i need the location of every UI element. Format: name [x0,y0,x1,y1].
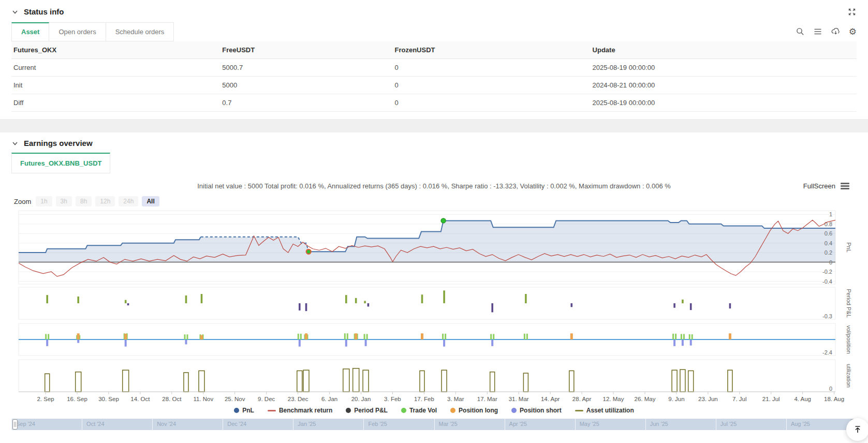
chart-menu-icon[interactable] [841,183,849,189]
svg-text:PnL: PnL [846,242,852,253]
svg-text:-0.2: -0.2 [822,269,832,275]
legend-item-period-p-l[interactable]: Period P&L [346,407,388,414]
legend-item-trade-vol[interactable]: Trade Vol [401,407,437,414]
svg-text:16. Sep: 16. Sep [67,396,87,402]
section-divider [0,119,868,132]
table-row-current: Current 5000.7 0 2025-08-19 00:00:00 [11,59,857,77]
init-frozen: 0 [392,77,590,94]
scroll-to-top-button[interactable] [846,418,868,441]
tab-asset[interactable]: Asset [11,22,49,41]
svg-text:vol/position: vol/position [846,325,852,353]
status-info-section: Status info Asset Open orders Schedule o… [0,0,868,112]
zoom-8h[interactable]: 8h [76,196,92,206]
chart-legend: PnLBenchmark returnPeriod P&LTrade VolPo… [11,405,857,416]
earnings-chart-svg[interactable]: 10.80.60.40.20-0.2-0.4-0.3-2.40PnLPeriod… [11,209,857,405]
svg-text:26. May: 26. May [635,396,656,402]
list-icon[interactable] [813,27,822,36]
current-free: 5000.7 [220,59,392,76]
zoom-3h[interactable]: 3h [56,196,72,206]
cloud-download-icon[interactable] [831,27,841,36]
svg-text:6. Jan: 6. Jan [321,396,337,402]
navigator-month: Feb '25 [363,419,434,430]
svg-text:28. Apr: 28. Apr [572,396,592,402]
zoom-all[interactable]: All [142,196,159,206]
legend-label: Asset utilization [586,407,634,414]
init-free: 5000 [220,77,392,94]
arrow-to-top-icon [853,425,862,434]
pnl-area [19,220,835,262]
tab-open-orders[interactable]: Open orders [49,22,106,41]
legend-label: Position long [459,407,498,414]
tab-schedule-orders[interactable]: Schedule orders [106,22,174,41]
legend-swatch [511,408,517,413]
diff-free: 0.7 [220,94,392,111]
legend-item-benchmark-return[interactable]: Benchmark return [268,407,332,414]
legend-item-position-long[interactable]: Position long [450,407,498,414]
earnings-section: Earnings overview Futures_OKX.BNB_USDT I… [0,132,868,430]
col-header-update: Update [591,41,857,58]
diff-update: 2025-08-19 00:00:00 [591,94,857,111]
legend-label: PnL [242,407,254,414]
search-icon[interactable] [796,27,805,36]
navigator-month: Sep '24 [11,419,82,430]
legend-label: Period P&L [354,407,388,414]
current-link[interactable]: Current [11,59,220,76]
tab-futures-okx-bnb-usdt[interactable]: Futures_OKX.BNB_USDT [11,153,110,173]
legend-swatch [575,410,583,411]
svg-text:3. Feb: 3. Feb [384,396,401,402]
gear-icon[interactable]: ⚙ [849,27,857,36]
current-frozen: 0 [392,59,590,76]
legend-swatch [450,408,455,413]
navigator-month: Dec '24 [223,419,293,430]
svg-text:0: 0 [829,386,832,392]
svg-text:3. Mar: 3. Mar [447,396,464,402]
svg-text:utilization: utilization [846,364,852,388]
svg-text:1: 1 [829,211,832,217]
navigator-month: Jul '25 [716,419,786,430]
legend-label: Trade Vol [409,407,437,414]
svg-text:14. Apr: 14. Apr [541,396,560,402]
svg-text:9. Jun: 9. Jun [668,396,684,402]
table-row-diff: Diff 0.7 0 2025-08-19 00:00:00 [11,94,857,112]
svg-text:Period P&L: Period P&L [846,289,852,318]
col-header-free: FreeUSDT [220,41,392,58]
navigator-month: Jun '25 [645,419,716,430]
svg-text:21. Jul: 21. Jul [762,396,780,402]
svg-text:-0.4: -0.4 [822,278,832,285]
expand-icon[interactable] [847,7,857,17]
zoom-label: Zoom [14,198,31,205]
svg-text:9. Dec: 9. Dec [258,396,275,402]
status-info-title: Status info [24,7,64,16]
diff-label: Diff [11,94,220,111]
svg-text:23. Dec: 23. Dec [288,396,308,402]
earnings-title: Earnings overview [24,139,93,147]
init-update: 2024-08-21 00:00:00 [591,77,857,94]
svg-text:31. Mar: 31. Mar [509,396,529,402]
zoom-12h[interactable]: 12h [95,196,115,206]
collapse-chevron-icon[interactable] [11,8,19,16]
diff-frozen: 0 [392,94,590,111]
navigator-left-handle[interactable] [12,419,18,430]
legend-item-pnl[interactable]: PnL [234,407,254,414]
svg-text:23. Jun: 23. Jun [698,396,718,402]
legend-item-asset-utilization[interactable]: Asset utilization [575,407,634,414]
svg-text:11. Nov: 11. Nov [193,396,213,402]
navigator-month: May '25 [575,419,645,430]
zoom-1h[interactable]: 1h [36,196,52,206]
fullscreen-button[interactable]: FullScreen [803,182,835,190]
legend-item-position-short[interactable]: Position short [511,407,562,414]
navigator-month: Jan '25 [293,419,363,430]
svg-text:7. Jul: 7. Jul [732,396,747,402]
svg-text:18. Aug: 18. Aug [824,396,844,402]
collapse-chevron-icon[interactable] [11,140,19,147]
chart-navigator[interactable]: Sep '24Oct '24Nov '24Dec '24Jan '25Feb '… [11,419,857,430]
legend-swatch [401,408,406,413]
navigator-month: Apr '25 [505,419,575,430]
status-tabs: Asset Open orders Schedule orders ⚙ [11,22,857,41]
svg-text:30. Sep: 30. Sep [98,396,119,402]
legend-swatch [234,408,239,413]
zoom-24h[interactable]: 24h [119,196,138,206]
earnings-summary: Initial net value : 5000 Total profit: 0… [11,182,857,190]
trade-marker [441,218,446,223]
navigator-month: Oct '24 [82,419,152,430]
